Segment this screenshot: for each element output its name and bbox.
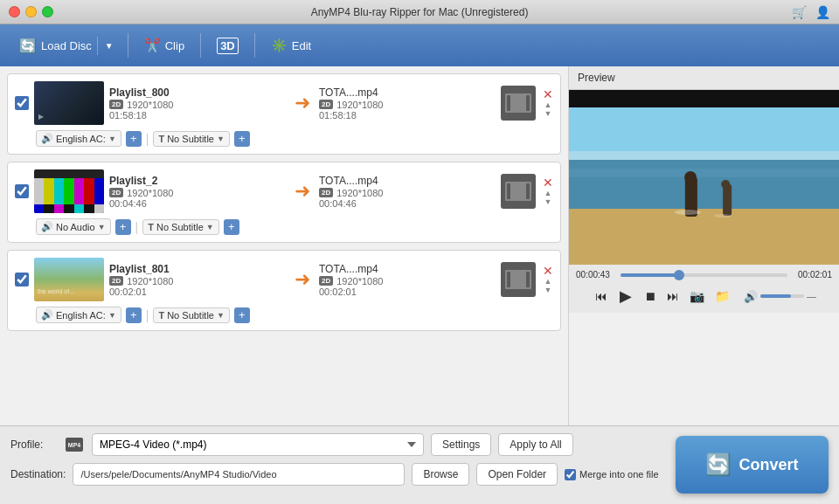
item-3-audio-select[interactable]: 🔊 English AC: ▼ xyxy=(36,307,121,323)
convert-arrow-1: ➜ xyxy=(291,92,314,114)
subtitle-icon-1: T xyxy=(158,134,164,144)
convert-label: Convert xyxy=(738,456,798,474)
maximize-button[interactable] xyxy=(42,6,53,17)
dest-label: Destination: xyxy=(10,468,66,480)
item-3-subtitle-add[interactable]: + xyxy=(234,307,250,323)
minimize-button[interactable] xyxy=(25,6,37,17)
window-buttons xyxy=(9,6,53,17)
item-1-audio-select[interactable]: 🔊 English AC: ▼ xyxy=(36,130,121,147)
volume-mute[interactable]: — xyxy=(807,291,816,301)
item-1-resolution: 1920*1080 xyxy=(127,100,173,110)
item-1-subtitle-select[interactable]: T No Subtitle ▼ xyxy=(153,131,229,147)
audio-icon-3: 🔊 xyxy=(41,309,53,321)
dest-input[interactable] xyxy=(73,463,405,486)
item-2-quality-badge: 2D xyxy=(109,188,123,197)
item-1-close[interactable]: ✕ xyxy=(543,88,553,100)
item-3-audio-add[interactable]: + xyxy=(126,307,142,323)
item-1-settings[interactable] xyxy=(501,86,536,121)
item-3-checkbox[interactable] xyxy=(15,273,29,287)
item-2-audio-text: No Audio xyxy=(56,222,95,232)
item-3-subtitle-select[interactable]: T No Subtitle ▼ xyxy=(153,307,229,323)
edit-icon: ✳️ xyxy=(271,38,288,53)
load-disc-button[interactable]: 🔄 Load Disc xyxy=(10,33,97,59)
3d-button[interactable]: 3D 3D xyxy=(208,33,247,59)
main-content: ▶ Playlist_800 2D 1920*1080 01:58:18 ➜ xyxy=(0,66,839,425)
browse-button[interactable]: Browse xyxy=(412,463,469,486)
convert-arrow-2: ➜ xyxy=(291,180,314,203)
item-1-up[interactable]: ▲ xyxy=(544,101,552,109)
item-1-output: TOTA....mp4 2D 1920*1080 01:58:18 xyxy=(319,86,496,121)
stop-button[interactable]: ⏹ xyxy=(641,287,660,305)
merge-label: Merge into one file xyxy=(579,469,659,480)
item-3-output-quality: 2D xyxy=(319,276,333,286)
item-2-checkbox[interactable] xyxy=(15,184,29,198)
item-2-down[interactable]: ▼ xyxy=(544,198,552,206)
filmstrip-icon-3 xyxy=(505,270,531,289)
item-3-close[interactable]: ✕ xyxy=(543,265,553,277)
cart-icon[interactable]: 🛒 xyxy=(792,5,807,19)
audio-icon-1: 🔊 xyxy=(41,133,53,144)
skip-end-button[interactable]: ⏭ xyxy=(663,287,683,305)
current-time: 00:00:43 xyxy=(576,270,615,280)
close-button[interactable] xyxy=(9,6,20,17)
item-1-duration: 01:58:18 xyxy=(109,110,286,121)
item-2-subtitle-add[interactable]: + xyxy=(224,219,239,235)
item-3-subtitle-text: No Subtitle xyxy=(167,310,214,321)
progress-track[interactable] xyxy=(621,273,787,277)
titlebar: AnyMP4 Blu-ray Ripper for Mac (Unregiste… xyxy=(0,0,839,24)
apply-all-button[interactable]: Apply to All xyxy=(498,433,572,456)
item-2-audio-select[interactable]: 🔊 No Audio ▼ xyxy=(36,218,111,235)
profile-row: Profile: MP4 MPEG-4 Video (*.mp4) Settin… xyxy=(10,433,662,456)
item-3-quality-badge: 2D xyxy=(109,276,123,286)
disc-icon: 🔄 xyxy=(19,38,37,54)
user-icon[interactable]: 👤 xyxy=(815,5,830,19)
playlist-item-1: ▶ Playlist_800 2D 1920*1080 01:58:18 ➜ xyxy=(7,73,561,155)
clip-label: Clip xyxy=(165,39,184,52)
item-1-audio-text: English AC: xyxy=(56,134,106,144)
volume-icon[interactable]: 🔊 xyxy=(744,290,758,303)
convert-button[interactable]: 🔄 Convert xyxy=(676,436,829,494)
item-2-close[interactable]: ✕ xyxy=(543,176,553,189)
item-2-output: TOTA....mp4 2D 1920*1080 00:04:46 xyxy=(319,175,496,209)
item-2-name: Playlist_2 xyxy=(109,175,286,187)
item-1-output-name: TOTA....mp4 xyxy=(319,86,496,99)
item-3-settings[interactable] xyxy=(501,262,536,297)
item-1-bottom: 🔊 English AC: ▼ + | T No Subtitle ▼ + xyxy=(36,130,553,147)
merge-checkbox[interactable] xyxy=(565,469,576,480)
screenshot-button[interactable]: 📷 xyxy=(686,287,708,305)
item-2-audio-add[interactable]: + xyxy=(115,219,131,235)
item-2-bottom: 🔊 No Audio ▼ + | T No Subtitle ▼ + xyxy=(36,218,553,235)
clip-button[interactable]: ✂️ Clip xyxy=(135,33,193,58)
skip-start-button[interactable]: ⏮ xyxy=(592,287,611,305)
settings-button[interactable]: Settings xyxy=(431,433,491,456)
item-2-settings[interactable] xyxy=(501,174,536,209)
progress-thumb[interactable] xyxy=(674,270,684,280)
subtitle-dropdown-2: ▼ xyxy=(206,223,214,231)
progress-fill xyxy=(621,273,679,277)
item-3-info: Playlist_801 2D 1920*1080 00:02:01 xyxy=(109,263,286,297)
item-2-up[interactable]: ▲ xyxy=(544,190,552,197)
total-time: 00:02:01 xyxy=(793,270,832,280)
item-3-down[interactable]: ▼ xyxy=(544,287,552,294)
load-disc-dropdown[interactable]: ▼ xyxy=(97,37,121,55)
item-1-checkbox[interactable] xyxy=(15,96,29,110)
item-3-resolution: 1920*1080 xyxy=(127,276,173,287)
volume-track[interactable] xyxy=(760,294,804,298)
folder-open-button[interactable]: 📁 xyxy=(711,287,733,305)
item-3-up[interactable]: ▲ xyxy=(544,278,552,286)
load-disc-group: 🔄 Load Disc ▼ xyxy=(10,33,121,59)
item-3-output-name: TOTA....mp4 xyxy=(319,263,496,275)
open-folder-button[interactable]: Open Folder xyxy=(476,463,558,486)
audio-dropdown-1: ▼ xyxy=(108,135,116,143)
item-1-subtitle-add[interactable]: + xyxy=(234,131,250,147)
item-1-audio-add[interactable]: + xyxy=(126,131,142,147)
item-2-subtitle-select[interactable]: T No Subtitle ▼ xyxy=(142,219,218,235)
edit-button[interactable]: ✳️ Edit xyxy=(262,33,320,58)
item-1-down[interactable]: ▼ xyxy=(544,110,552,118)
play-button[interactable]: ▶ xyxy=(614,285,637,307)
item-3-output-dur: 00:02:01 xyxy=(319,287,496,297)
profile-select[interactable]: MPEG-4 Video (*.mp4) xyxy=(92,433,424,456)
bottom-wrapper: Profile: MP4 MPEG-4 Video (*.mp4) Settin… xyxy=(0,425,839,504)
svg-rect-5 xyxy=(569,90,839,107)
merge-area: Merge into one file xyxy=(565,469,659,480)
